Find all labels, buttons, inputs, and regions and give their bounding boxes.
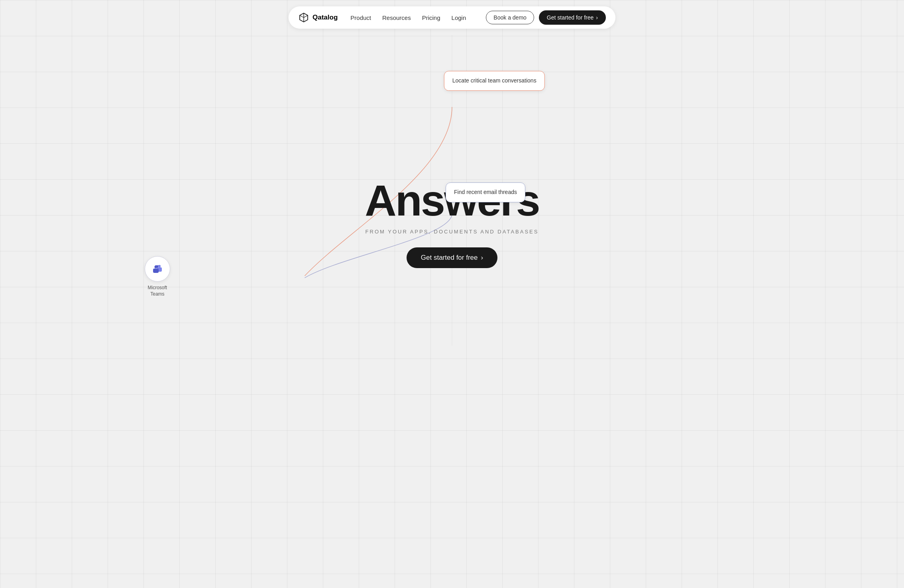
book-demo-button[interactable]: Book a demo [486, 11, 534, 24]
logo-icon [298, 12, 309, 23]
svg-point-4 [154, 266, 157, 269]
nav-item-login[interactable]: Login [452, 14, 466, 21]
hero-cta-label: Get started for free [421, 254, 478, 262]
ms-teams-icon [151, 263, 164, 275]
hero-cta-arrow-icon: › [481, 254, 483, 262]
nav-item-pricing[interactable]: Pricing [422, 14, 440, 21]
brand-name: Qatalog [312, 14, 338, 22]
navbar: Qatalog Product Resources Pricing Login … [289, 6, 615, 29]
hero-cta-button[interactable]: Get started for free › [407, 247, 497, 268]
card-conversations-text: Locate critical team conversations [452, 77, 537, 84]
ms-teams-label: Microsoft Teams [148, 285, 167, 297]
card-conversations: Locate critical team conversations [444, 71, 545, 91]
navbar-wrapper: Qatalog Product Resources Pricing Login … [0, 0, 904, 35]
ms-teams-node: Microsoft Teams [145, 256, 170, 297]
svg-point-3 [158, 265, 161, 267]
get-started-nav-button[interactable]: Get started for free › [539, 10, 606, 25]
nav-item-product[interactable]: Product [350, 14, 371, 21]
ms-teams-circle [145, 256, 170, 282]
main-content: Locate critical team conversations Find … [0, 35, 904, 346]
chevron-right-icon: › [596, 14, 598, 21]
nav-links: Product Resources Pricing Login [350, 14, 473, 21]
nav-actions: Book a demo Get started for free › [486, 10, 606, 25]
card-email: Find recent email threads [446, 182, 525, 202]
hero-subtitle: FROM YOUR APPS, DOCUMENTS AND DATABASES [365, 229, 539, 235]
logo[interactable]: Qatalog [298, 12, 338, 23]
get-started-nav-label: Get started for free [547, 14, 594, 21]
card-email-text: Find recent email threads [454, 189, 517, 195]
nav-item-resources[interactable]: Resources [382, 14, 411, 21]
